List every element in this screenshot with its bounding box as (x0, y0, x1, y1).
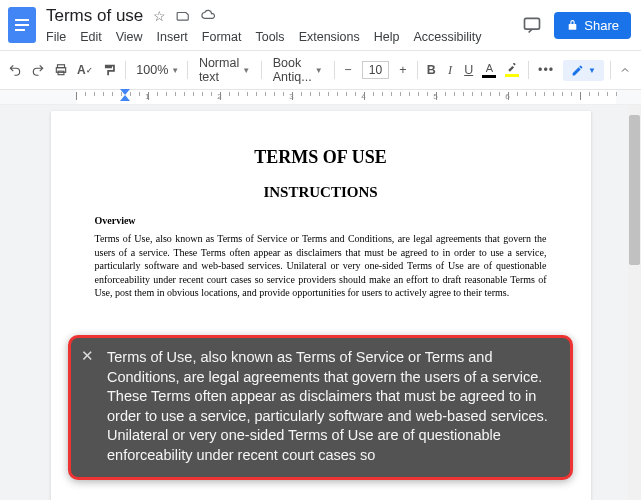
share-button-label: Share (584, 18, 619, 33)
editing-mode-button[interactable]: ▼ (563, 60, 604, 81)
ruler-label: 1 (145, 92, 149, 101)
ruler-label: 4 (361, 92, 365, 101)
menu-view[interactable]: View (116, 30, 143, 44)
menu-tools[interactable]: Tools (255, 30, 284, 44)
vertical-scrollbar-track[interactable] (628, 105, 641, 500)
horizontal-ruler[interactable]: 123456 (0, 90, 641, 105)
doc-heading-title: TERMS OF USE (95, 147, 547, 168)
ruler-label: 6 (505, 92, 509, 101)
text-color-icon[interactable]: A (482, 62, 496, 78)
menu-insert[interactable]: Insert (157, 30, 188, 44)
zoom-select[interactable]: 100% ▼ (134, 63, 178, 77)
comments-icon[interactable] (522, 15, 542, 35)
more-tools-icon[interactable]: ••• (538, 62, 554, 78)
vertical-scrollbar-thumb[interactable] (629, 115, 640, 265)
close-icon[interactable]: ✕ (81, 346, 94, 366)
reader-overlay: ✕ Terms of Use, also known as Terms of S… (68, 335, 573, 480)
paragraph-style-value: Normal text (199, 56, 239, 84)
text-color-bar (482, 75, 496, 78)
menu-file[interactable]: File (46, 30, 66, 44)
overview-heading: Overview (95, 215, 547, 226)
chevron-down-icon: ▼ (171, 66, 179, 75)
overview-paragraph: Terms of Use, also known as Terms of Ser… (95, 232, 547, 300)
spellcheck-icon[interactable]: A✓ (77, 62, 93, 78)
font-family-value: Book Antiq... (273, 56, 312, 84)
paragraph-style-select[interactable]: Normal text ▼ (197, 56, 252, 84)
ruler-label: 5 (433, 92, 437, 101)
undo-icon[interactable] (8, 62, 22, 78)
menu-bar: File Edit View Insert Format Tools Exten… (46, 30, 522, 44)
highlight-color-bar (505, 74, 519, 77)
hide-menus-icon[interactable] (617, 62, 633, 78)
underline-icon[interactable]: U (464, 62, 474, 78)
ruler-label: 3 (289, 92, 293, 101)
move-icon[interactable] (176, 9, 190, 23)
font-size-decrease[interactable]: − (343, 62, 353, 78)
cloud-saved-icon[interactable] (200, 9, 216, 23)
doc-heading-instructions: INSTRUCTIONS (95, 184, 547, 201)
share-button[interactable]: Share (554, 12, 631, 39)
menu-accessibility[interactable]: Accessibility (414, 30, 482, 44)
menu-format[interactable]: Format (202, 30, 242, 44)
highlight-color-icon[interactable] (505, 62, 519, 78)
star-icon[interactable]: ☆ (153, 8, 166, 24)
chevron-down-icon: ▼ (242, 66, 250, 75)
header-bar: Terms of use ☆ File Edit View Insert For… (0, 0, 641, 44)
svg-rect-0 (525, 18, 540, 29)
font-family-select[interactable]: Book Antiq... ▼ (271, 56, 325, 84)
document-title[interactable]: Terms of use (46, 6, 143, 26)
font-size-input[interactable]: 10 (362, 61, 389, 79)
ruler-label: 2 (217, 92, 221, 101)
menu-edit[interactable]: Edit (80, 30, 102, 44)
chevron-down-icon: ▼ (315, 66, 323, 75)
reader-overlay-text: Terms of Use, also known as Terms of Ser… (107, 348, 556, 465)
redo-icon[interactable] (31, 62, 45, 78)
bold-icon[interactable]: B (426, 62, 436, 78)
menu-extensions[interactable]: Extensions (299, 30, 360, 44)
title-area: Terms of use ☆ File Edit View Insert For… (46, 6, 522, 44)
docs-logo-icon[interactable] (8, 7, 36, 43)
paint-format-icon[interactable] (102, 62, 116, 78)
menu-help[interactable]: Help (374, 30, 400, 44)
chevron-down-icon: ▼ (588, 66, 596, 75)
italic-icon[interactable]: I (445, 62, 455, 78)
print-icon[interactable] (54, 62, 68, 78)
zoom-value: 100% (136, 63, 168, 77)
font-size-increase[interactable]: + (398, 62, 408, 78)
toolbar: A✓ 100% ▼ Normal text ▼ Book Antiq... ▼ … (0, 50, 641, 90)
